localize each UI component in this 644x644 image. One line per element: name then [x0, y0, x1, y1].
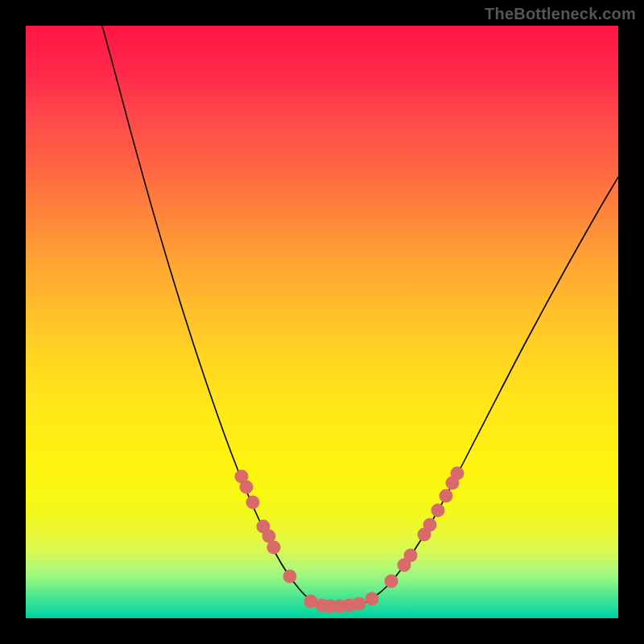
data-dot [353, 597, 366, 611]
data-dot [267, 541, 281, 555]
data-dot [451, 467, 464, 481]
data-dot [404, 549, 418, 563]
data-dot [385, 575, 398, 588]
data-dots-group [235, 467, 464, 613]
chart-container: TheBottleneck.com [0, 0, 644, 644]
data-dot [365, 592, 379, 606]
bottleneck-curve [102, 26, 618, 606]
data-dot [423, 518, 437, 532]
data-dot [440, 489, 453, 503]
data-dot [240, 481, 254, 494]
data-dot [431, 504, 445, 518]
chart-svg [26, 26, 618, 618]
data-dot [246, 496, 260, 510]
data-dot [283, 570, 297, 584]
watermark-text: TheBottleneck.com [485, 5, 636, 23]
plot-area [26, 26, 618, 618]
